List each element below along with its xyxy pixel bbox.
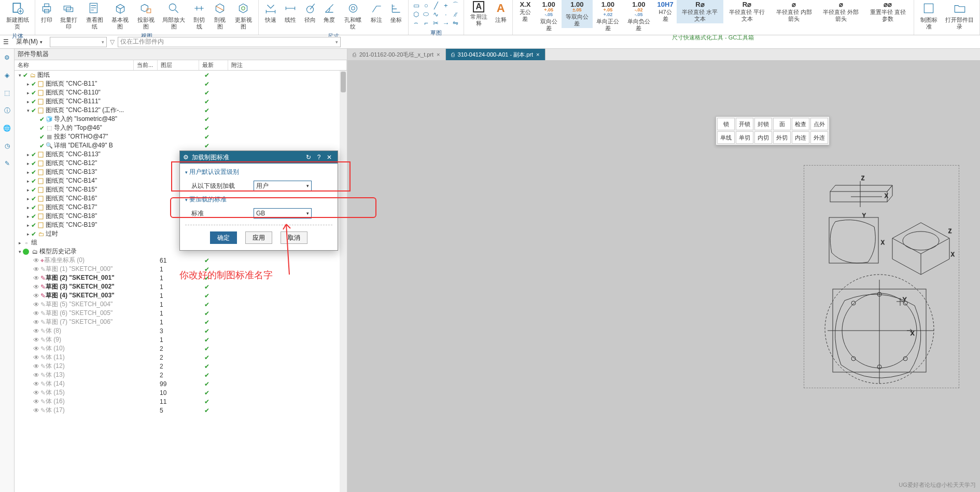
tools-icon[interactable]: ✎: [2, 158, 13, 169]
tree-row[interactable]: ▾✔🗂图纸✔: [15, 71, 347, 79]
note-button[interactable]: A注释: [492, 0, 510, 24]
gear-icon[interactable]: ⚙: [2, 52, 13, 63]
mirror-icon[interactable]: ⇋: [451, 19, 460, 27]
float-tool-button[interactable]: 封锁: [754, 118, 772, 130]
reset-icon[interactable]: ↻: [303, 154, 314, 161]
visibility-icon[interactable]: 👁: [33, 327, 39, 335]
visibility-icon[interactable]: 👁: [33, 266, 39, 273]
gc-tol-button[interactable]: R⌀半径直径 水平文本: [677, 0, 724, 23]
sketch-palette[interactable]: ▭○╱+⌒ ⬡⬭∿·⫽ ⌢⌐✂→⇋: [411, 0, 461, 28]
ok-button[interactable]: 确定: [210, 231, 237, 244]
tree-row[interactable]: 👁✎体 (8)3✔: [15, 326, 347, 335]
hamburger-icon[interactable]: ☰: [3, 38, 9, 46]
visibility-icon[interactable]: 👁: [33, 257, 39, 264]
section-view-button[interactable]: 剖视图: [209, 0, 230, 31]
expand-toggle[interactable]: ▸: [25, 90, 31, 95]
expand-toggle[interactable]: ▸: [25, 223, 31, 228]
tree-row[interactable]: ✔▦投影 "ORTHO@47"✔: [15, 132, 347, 141]
visibility-icon[interactable]: 👁: [33, 398, 39, 405]
arc-icon[interactable]: ⌒: [451, 1, 460, 9]
poly-icon[interactable]: ⬡: [412, 10, 421, 18]
tree-row[interactable]: 👁✎体 (15)10✔: [15, 388, 347, 397]
expand-toggle[interactable]: ▸: [25, 81, 31, 87]
visibility-icon[interactable]: 👁: [33, 336, 39, 344]
gc-tol-button[interactable]: ⌀⌀重置半径 直径参数: [864, 0, 912, 23]
globe-icon[interactable]: 🌐: [2, 122, 13, 134]
expand-toggle[interactable]: ▸: [25, 161, 31, 166]
filter-funnel-icon[interactable]: ▽: [110, 38, 115, 46]
visibility-icon[interactable]: 👁: [33, 363, 39, 370]
print-button[interactable]: 打印: [37, 0, 56, 24]
expand-toggle[interactable]: ▸: [25, 179, 31, 184]
visibility-icon[interactable]: 👁: [33, 407, 39, 414]
tree-row[interactable]: 👁✎体 (14)99✔: [15, 379, 347, 388]
float-tool-button[interactable]: 开锁: [736, 118, 753, 130]
tree-row[interactable]: ▸✔图纸页 "CNC-B111"✔: [15, 97, 347, 106]
gc-tol-button[interactable]: 1.00+.05+.02单向正公差: [593, 0, 623, 33]
linear-dim-button[interactable]: 线性: [281, 0, 300, 24]
tree-row[interactable]: 👁✎草图 (2) "SKETCH_001"1✔: [15, 274, 347, 282]
fillet-icon[interactable]: ⌐: [422, 19, 431, 27]
expand-toggle[interactable]: ▾: [25, 108, 31, 113]
float-tool-button[interactable]: 锁: [717, 118, 735, 130]
tree-row[interactable]: 👁✎体 (12)2✔: [15, 362, 347, 371]
view-drawing-button[interactable]: 查看图纸: [82, 0, 107, 31]
tree-row[interactable]: ▸✔图纸页 "CNC-B11"✔: [15, 79, 347, 88]
apply-button[interactable]: 应用: [245, 231, 272, 244]
level-dropdown[interactable]: 用户: [254, 181, 312, 191]
close-icon[interactable]: ×: [536, 51, 539, 58]
menu-button[interactable]: 菜单(M) ▾: [12, 36, 47, 47]
expand-toggle[interactable]: ▸: [25, 214, 31, 219]
tree-row[interactable]: 👁✎体 (10)2✔: [15, 344, 347, 353]
expand-toggle[interactable]: ▸: [25, 187, 31, 193]
tree-row[interactable]: ✔🧊导入的 "Isometric@48"✔: [15, 115, 347, 124]
tree-row[interactable]: ▸✔图纸页 "CNC-B110"✔: [15, 88, 347, 97]
cancel-button[interactable]: 取消: [281, 231, 307, 244]
scrollbar[interactable]: [340, 71, 347, 492]
open-part-dir-button[interactable]: 打开部件目录: [942, 0, 977, 31]
close-icon[interactable]: ✕: [324, 154, 334, 161]
point-icon[interactable]: ·: [441, 10, 451, 18]
tree-row[interactable]: 👁✎草图 (7) "SKETCH_006"1✔: [15, 318, 347, 326]
drawing-view[interactable]: X Z Y X Z X: [804, 165, 959, 388]
visibility-icon[interactable]: 👁: [33, 380, 39, 388]
float-tool-button[interactable]: 单切: [736, 131, 753, 144]
visibility-icon[interactable]: 👁: [33, 310, 39, 317]
hole-thread-button[interactable]: 孔和螺纹: [339, 0, 367, 31]
tree-row[interactable]: 👁✎体 (11)2✔: [15, 353, 347, 362]
visibility-icon[interactable]: 👁: [33, 345, 39, 352]
float-tool-button[interactable]: 外连: [810, 131, 828, 144]
expand-toggle[interactable]: ▸: [25, 205, 31, 210]
base-view-button[interactable]: 基本视图: [107, 0, 133, 31]
visibility-icon[interactable]: 👁: [33, 292, 39, 299]
extend-icon[interactable]: →: [441, 19, 451, 27]
visibility-icon[interactable]: 👁: [33, 354, 39, 361]
tree-row[interactable]: 👁✎体 (17)5✔: [15, 406, 347, 415]
float-tool-button[interactable]: 点外: [810, 118, 828, 130]
float-tool-button[interactable]: 内切: [754, 131, 772, 144]
expand-toggle[interactable]: ▸: [17, 240, 23, 245]
tree-row[interactable]: 👁✎体 (13)2✔: [15, 371, 347, 379]
arc3-icon[interactable]: ⌢: [412, 19, 421, 27]
offset-icon[interactable]: ⫽: [451, 10, 460, 18]
update-view-button[interactable]: 更新视图: [231, 0, 256, 31]
gc-tol-button[interactable]: X.X无公差: [515, 0, 536, 23]
history-icon[interactable]: ◷: [2, 140, 13, 152]
visibility-icon[interactable]: 👁: [33, 283, 39, 291]
detail-view-button[interactable]: 局部放大图: [159, 0, 189, 31]
drafting-standard-button[interactable]: 制图标准: [916, 0, 942, 31]
ellipse-icon[interactable]: ⬭: [422, 10, 431, 18]
info-icon[interactable]: ⓘ: [2, 105, 13, 116]
tree-row[interactable]: 👁✎草图 (3) "SKETCH_002"1✔: [15, 282, 347, 291]
tree-row[interactable]: ▾✔图纸页 "CNC-B112" (工作-...✔: [15, 106, 347, 115]
angular-dim-button[interactable]: 角度: [320, 0, 340, 24]
radial-dim-button[interactable]: 径向: [300, 0, 320, 24]
tree-row[interactable]: 👁✎草图 (5) "SKETCH_004"1✔: [15, 300, 347, 309]
circle-icon[interactable]: ○: [422, 1, 431, 9]
tree-row[interactable]: 👁⌖基准坐标系 (0)61✔: [15, 256, 347, 265]
expand-toggle[interactable]: ▸: [25, 170, 31, 175]
standard-dropdown[interactable]: GB: [254, 208, 312, 218]
gc-tol-button[interactable]: 10H7H7公差: [654, 0, 677, 23]
assembly-icon[interactable]: ◈: [2, 70, 13, 81]
gc-tol-button[interactable]: ⌀半径直径 外部箭头: [817, 0, 864, 23]
